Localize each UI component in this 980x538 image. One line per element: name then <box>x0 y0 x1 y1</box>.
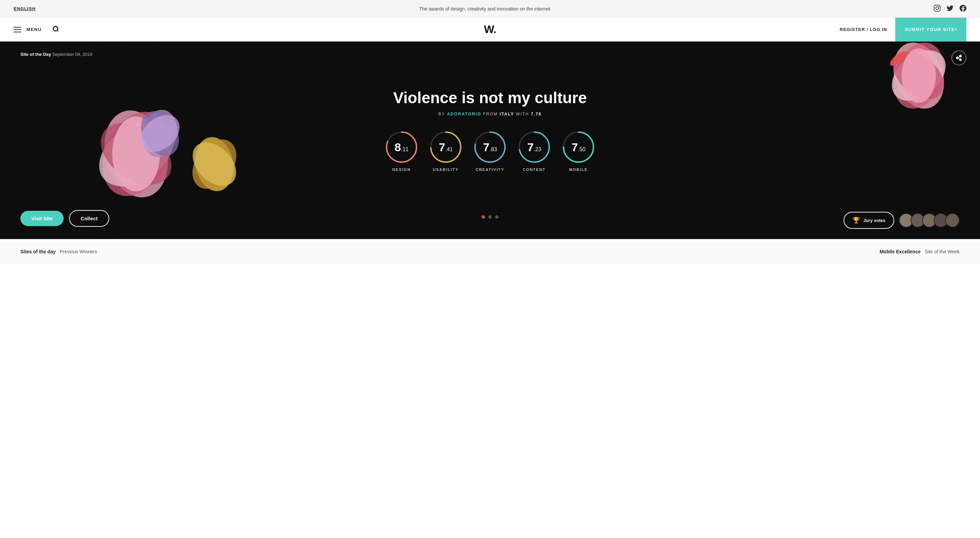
score-circle-content: 7.23 <box>517 130 551 164</box>
menu-label[interactable]: MENU <box>27 27 41 32</box>
hero-actions: Visit Site Collect <box>21 210 109 227</box>
hero-meta: BY ADORATORIO FROM ITALY WITH 7.76 <box>438 112 541 117</box>
nav-dot-3[interactable] <box>495 215 498 219</box>
hero-section: -ment of dis- agree- ment <box>0 42 980 239</box>
score-circle-mobile: 7.50 <box>562 130 595 164</box>
register-login-button[interactable]: REGISTER / LOG IN <box>832 27 895 32</box>
with-label: WITH <box>516 112 529 117</box>
score-circle-design: 8.11 <box>385 130 418 164</box>
score-value-usability: 7.41 <box>439 140 453 154</box>
score-label-design: DESIGN <box>392 168 411 172</box>
submit-site-button[interactable]: SUBMIT YOUR SITE! <box>895 18 966 42</box>
jury-avatars <box>899 213 959 227</box>
jury-area: 🏆 Jury votes <box>843 212 959 229</box>
score-label-mobile: MOBILE <box>569 168 588 172</box>
score-circle-creativity: 7.83 <box>473 130 507 164</box>
previous-winners-link[interactable]: Previous Winners <box>60 249 97 254</box>
mobile-excellence-nav: Mobile Excellence Site of the Week <box>880 249 959 254</box>
score-item-content: 7.23 CONTENT <box>517 130 551 172</box>
svg-line-1 <box>57 30 59 31</box>
nav-dot-1[interactable] <box>482 215 485 219</box>
sites-label: Sites of the day <box>21 249 56 254</box>
nav-left: MENU <box>14 26 59 34</box>
score-value-design: 8.11 <box>395 140 408 154</box>
social-links <box>934 5 966 13</box>
score-item-mobile: 7.50 MOBILE <box>562 130 595 172</box>
score-circles: 8.11 DESIGN 7.41 USABILITY 7.83 CREATIVI… <box>385 130 595 172</box>
mobile-excellence-label: Mobile Excellence <box>880 249 921 254</box>
site-of-week-link[interactable]: Site of the Week <box>925 249 959 254</box>
tagline: The awards of design, creativity and inn… <box>419 6 550 11</box>
jury-votes-button[interactable]: 🏆 Jury votes <box>843 212 894 229</box>
author-name[interactable]: ADORATORIO <box>447 112 481 117</box>
country-name: ITALY <box>500 112 514 117</box>
nav-bar: MENU W. REGISTER / LOG IN SUBMIT YOUR SI… <box>0 18 980 42</box>
sites-of-day-nav: Sites of the day Previous Winners <box>21 249 97 254</box>
score-item-creativity: 7.83 CREATIVITY <box>473 130 507 172</box>
hero-content: Violence is not my culture BY ADORATORIO… <box>0 42 980 239</box>
top-bar: ENGLISH The awards of design, creativity… <box>0 0 980 18</box>
site-logo[interactable]: W. <box>484 23 496 36</box>
jury-avatar-5 <box>945 213 959 227</box>
overall-score: 7.76 <box>531 112 541 117</box>
dot-navigation <box>482 215 498 219</box>
score-label-creativity: CREATIVITY <box>476 168 504 172</box>
hero-title: Violence is not my culture <box>393 89 587 107</box>
collect-button[interactable]: Collect <box>69 210 109 227</box>
hamburger-menu-icon[interactable] <box>14 27 21 32</box>
svg-point-0 <box>53 26 58 30</box>
score-value-content: 7.23 <box>527 140 541 154</box>
score-label-usability: USABILITY <box>433 168 459 172</box>
by-label: BY <box>438 112 445 117</box>
nav-dot-2[interactable] <box>488 215 492 219</box>
nav-right: REGISTER / LOG IN SUBMIT YOUR SITE! <box>832 18 966 42</box>
facebook-icon[interactable] <box>959 5 966 13</box>
twitter-icon[interactable] <box>947 5 953 13</box>
score-item-usability: 7.41 USABILITY <box>429 130 463 172</box>
visit-site-button[interactable]: Visit Site <box>21 211 64 226</box>
score-item-design: 8.11 DESIGN <box>385 130 418 172</box>
score-value-creativity: 7.83 <box>483 140 497 154</box>
bottom-bar: Sites of the day Previous Winners Mobile… <box>0 239 980 264</box>
score-value-mobile: 7.50 <box>571 140 585 154</box>
score-circle-usability: 7.41 <box>429 130 463 164</box>
instagram-icon[interactable] <box>934 5 940 13</box>
jury-votes-label: Jury votes <box>863 218 885 223</box>
score-label-content: CONTENT <box>523 168 546 172</box>
language-selector[interactable]: ENGLISH <box>14 6 36 11</box>
from-label: FROM <box>483 112 498 117</box>
laurel-icon: 🏆 <box>853 217 860 224</box>
search-icon[interactable] <box>52 26 59 34</box>
